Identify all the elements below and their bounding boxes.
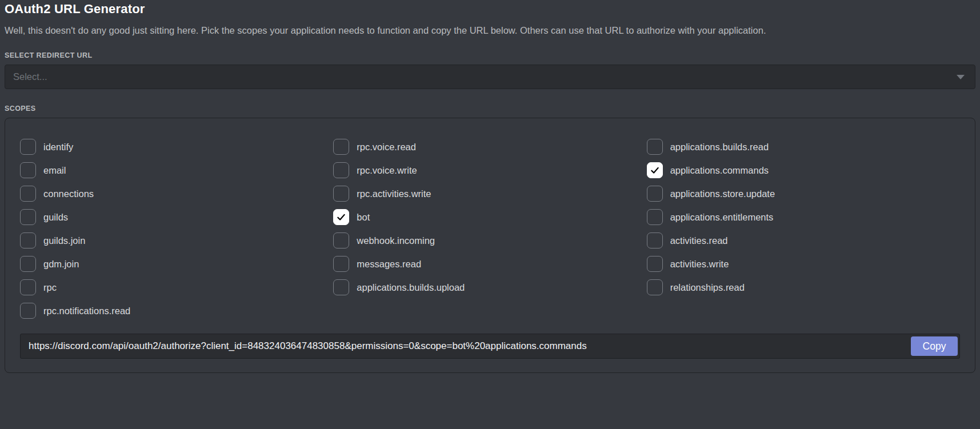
scope-checkbox-row[interactable]: applications.store.update xyxy=(647,186,960,202)
checkbox-unchecked[interactable] xyxy=(333,256,349,272)
scope-checkbox-row[interactable]: email xyxy=(20,162,333,178)
scope-label: activities.write xyxy=(670,259,729,270)
scopes-label: SCOPES xyxy=(5,105,975,113)
scope-checkbox-row[interactable]: gdm.join xyxy=(20,256,333,272)
scope-label: guilds.join xyxy=(43,235,85,246)
redirect-url-select-placeholder: Select... xyxy=(13,71,47,82)
checkbox-unchecked[interactable] xyxy=(20,256,36,272)
checkbox-unchecked[interactable] xyxy=(20,232,36,248)
scope-label: relationships.read xyxy=(670,282,745,293)
checkbox-unchecked[interactable] xyxy=(20,303,36,319)
scope-label: applications.commands xyxy=(670,165,769,176)
checkbox-unchecked[interactable] xyxy=(333,186,349,202)
scopes-box: identifyemailconnectionsguildsguilds.joi… xyxy=(5,118,975,373)
scopes-column: rpc.voice.readrpc.voice.writerpc.activit… xyxy=(333,139,646,295)
scope-checkbox-row[interactable]: applications.entitlements xyxy=(647,209,960,225)
oauth2-url-generator-page: OAuth2 URL Generator Well, this doesn't … xyxy=(0,2,980,373)
scope-label: webhook.incoming xyxy=(357,235,435,246)
scope-label: applications.builds.upload xyxy=(357,282,465,293)
scope-checkbox-row[interactable]: applications.builds.read xyxy=(647,139,960,155)
checkbox-unchecked[interactable] xyxy=(647,139,663,155)
page-title: OAuth2 URL Generator xyxy=(5,2,975,17)
oauth-url-input[interactable] xyxy=(20,334,960,359)
scope-checkbox-row[interactable]: guilds xyxy=(20,209,333,225)
scopes-grid: identifyemailconnectionsguildsguilds.joi… xyxy=(20,139,960,319)
checkbox-unchecked[interactable] xyxy=(333,162,349,178)
checkbox-unchecked[interactable] xyxy=(647,279,663,295)
scope-label: rpc.notifications.read xyxy=(43,306,130,316)
check-icon xyxy=(336,212,346,222)
scope-checkbox-row[interactable]: rpc.activities.write xyxy=(333,186,646,202)
scope-label: identify xyxy=(43,142,73,153)
checkbox-unchecked[interactable] xyxy=(20,209,36,225)
scope-checkbox-row[interactable]: rpc.voice.read xyxy=(333,139,646,155)
scope-checkbox-row[interactable]: activities.read xyxy=(647,232,960,248)
checkbox-unchecked[interactable] xyxy=(333,139,349,155)
scope-checkbox-row[interactable]: activities.write xyxy=(647,256,960,272)
page-description: Well, this doesn't do any good just sitt… xyxy=(5,25,975,36)
checkbox-unchecked[interactable] xyxy=(647,256,663,272)
scopes-column: identifyemailconnectionsguildsguilds.joi… xyxy=(20,139,333,319)
redirect-url-label: SELECT REDIRECT URL xyxy=(5,51,975,59)
scope-label: messages.read xyxy=(357,259,421,270)
scope-checkbox-row[interactable]: rpc.notifications.read xyxy=(20,303,333,319)
chevron-down-icon xyxy=(957,75,965,79)
scope-label: applications.store.update xyxy=(670,189,775,199)
scope-label: gdm.join xyxy=(43,259,79,270)
checkbox-unchecked[interactable] xyxy=(333,232,349,248)
checkbox-unchecked[interactable] xyxy=(20,186,36,202)
check-icon xyxy=(650,165,660,175)
scope-checkbox-row[interactable]: applications.commands xyxy=(647,162,960,178)
checkbox-unchecked[interactable] xyxy=(647,186,663,202)
scopes-column: applications.builds.readapplications.com… xyxy=(647,139,960,295)
scope-label: applications.builds.read xyxy=(670,142,769,153)
scope-label: applications.entitlements xyxy=(670,212,774,223)
scope-checkbox-row[interactable]: webhook.incoming xyxy=(333,232,646,248)
scope-label: activities.read xyxy=(670,235,728,246)
scope-checkbox-row[interactable]: rpc xyxy=(20,279,333,295)
scope-label: rpc.voice.write xyxy=(357,165,417,176)
checkbox-unchecked[interactable] xyxy=(647,232,663,248)
redirect-url-select[interactable]: Select... xyxy=(5,65,975,89)
scope-checkbox-row[interactable]: messages.read xyxy=(333,256,646,272)
checkbox-unchecked[interactable] xyxy=(333,279,349,295)
scope-label: bot xyxy=(357,212,370,223)
scope-label: guilds xyxy=(43,212,68,223)
generated-url-row: Copy xyxy=(20,334,960,359)
checkbox-checked[interactable] xyxy=(333,209,349,225)
scope-checkbox-row[interactable]: relationships.read xyxy=(647,279,960,295)
checkbox-unchecked[interactable] xyxy=(647,209,663,225)
scope-checkbox-row[interactable]: guilds.join xyxy=(20,232,333,248)
scope-label: connections xyxy=(43,189,94,199)
checkbox-unchecked[interactable] xyxy=(20,162,36,178)
scope-label: rpc.voice.read xyxy=(357,142,416,153)
copy-button[interactable]: Copy xyxy=(911,336,958,356)
scope-label: email xyxy=(43,165,66,176)
scope-label: rpc.activities.write xyxy=(357,189,431,199)
checkbox-checked[interactable] xyxy=(647,162,663,178)
scope-label: rpc xyxy=(43,282,57,293)
scope-checkbox-row[interactable]: applications.builds.upload xyxy=(333,279,646,295)
checkbox-unchecked[interactable] xyxy=(20,279,36,295)
checkbox-unchecked[interactable] xyxy=(20,139,36,155)
scope-checkbox-row[interactable]: connections xyxy=(20,186,333,202)
scope-checkbox-row[interactable]: rpc.voice.write xyxy=(333,162,646,178)
scope-checkbox-row[interactable]: identify xyxy=(20,139,333,155)
scope-checkbox-row[interactable]: bot xyxy=(333,209,646,225)
